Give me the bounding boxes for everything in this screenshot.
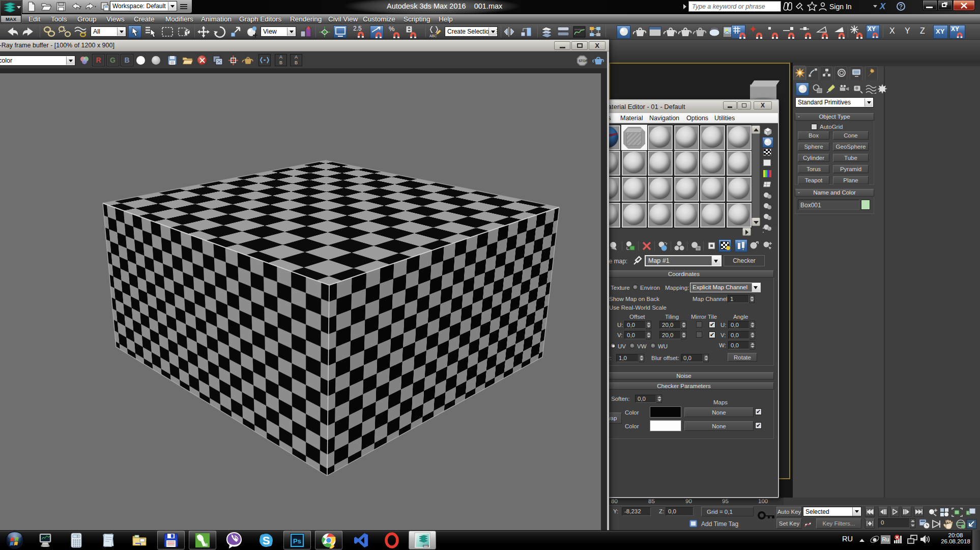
svg-text:S: S: [263, 534, 270, 547]
svg-text:0: 0: [77, 535, 78, 538]
svg-text:ABC: ABC: [429, 34, 437, 38]
svg-text:MAX: MAX: [423, 545, 428, 547]
svg-text:Ps: Ps: [293, 537, 301, 545]
svg-text:STOP: STOP: [579, 59, 588, 63]
